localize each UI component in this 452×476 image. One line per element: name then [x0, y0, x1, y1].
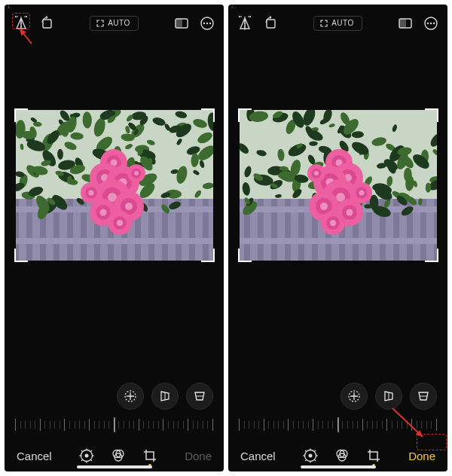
- perspective-horizontal-button[interactable]: [151, 383, 179, 410]
- svg-point-163: [99, 209, 106, 216]
- svg-rect-208: [240, 238, 437, 244]
- auto-label: AUTO: [108, 19, 130, 27]
- crop-handle-tr[interactable]: [201, 108, 215, 122]
- angle-ruler[interactable]: [15, 414, 213, 435]
- filters-tab[interactable]: [334, 447, 350, 464]
- crop-canvas[interactable]: [228, 35, 447, 383]
- adjust-tab[interactable]: [78, 447, 95, 464]
- crop-tab[interactable]: [365, 447, 382, 464]
- aspect-ratio-button[interactable]: [396, 14, 414, 32]
- more-button[interactable]: [422, 14, 440, 32]
- crop-handle-bl[interactable]: [238, 249, 252, 262]
- flip-horizontal-button[interactable]: [236, 14, 254, 32]
- svg-point-169: [88, 191, 93, 196]
- done-button[interactable]: Done: [185, 450, 212, 462]
- crop-frame[interactable]: [16, 110, 213, 261]
- crop-handle-bl[interactable]: [14, 249, 28, 262]
- step-number: 1.: [7, 5, 13, 10]
- more-button[interactable]: [198, 14, 216, 32]
- crop-handle-tl[interactable]: [238, 108, 252, 122]
- crop-handle-tr[interactable]: [425, 108, 438, 122]
- straighten-button[interactable]: [117, 383, 144, 410]
- editor-panel: 1. AUTO: [5, 5, 224, 471]
- angle-ruler[interactable]: [239, 414, 437, 435]
- top-toolbar: AUTO: [5, 5, 224, 35]
- aspect-ratio-button[interactable]: [173, 14, 191, 32]
- crop-handle-tl[interactable]: [14, 108, 28, 122]
- crop-handle-br[interactable]: [201, 249, 215, 262]
- cancel-button[interactable]: Cancel: [240, 450, 276, 462]
- svg-point-172: [134, 171, 139, 175]
- done-button[interactable]: Done: [408, 450, 435, 462]
- perspective-tools: [228, 383, 447, 414]
- svg-rect-35: [16, 238, 213, 244]
- crop-handle-br[interactable]: [425, 249, 438, 262]
- adjust-tab[interactable]: [302, 447, 319, 464]
- step-number: 2.: [231, 5, 237, 10]
- flip-horizontal-button[interactable]: [12, 14, 30, 32]
- perspective-tools: [5, 383, 224, 414]
- rotate-button[interactable]: [38, 14, 56, 32]
- auto-button[interactable]: AUTO: [90, 16, 139, 31]
- crop-canvas[interactable]: [5, 35, 224, 383]
- perspective-vertical-button[interactable]: [186, 383, 213, 410]
- auto-label: AUTO: [331, 19, 354, 27]
- svg-point-166: [117, 220, 123, 226]
- svg-point-160: [125, 203, 133, 210]
- home-indicator: [77, 465, 152, 468]
- straighten-button[interactable]: [341, 383, 368, 410]
- perspective-horizontal-button[interactable]: [375, 383, 402, 410]
- top-toolbar: AUTO: [228, 5, 447, 35]
- filters-tab[interactable]: [110, 447, 127, 464]
- editor-panel: 2. AUTO: [228, 5, 447, 471]
- home-indicator: [301, 465, 376, 468]
- crop-tab[interactable]: [142, 447, 158, 464]
- rotate-button[interactable]: [261, 14, 279, 32]
- perspective-vertical-button[interactable]: [410, 383, 437, 410]
- cancel-button[interactable]: Cancel: [17, 450, 52, 462]
- auto-button[interactable]: AUTO: [313, 16, 362, 31]
- crop-frame[interactable]: [240, 110, 437, 261]
